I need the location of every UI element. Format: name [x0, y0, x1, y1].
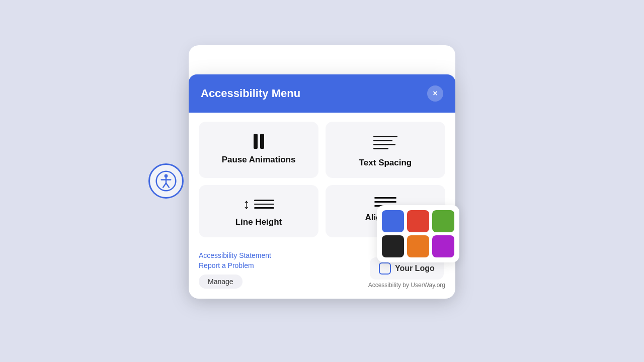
menu-item-text-spacing[interactable]: Text Spacing [326, 122, 445, 178]
footer-left: Accessibility Statement Report a Problem… [199, 251, 271, 289]
color-swatch-black[interactable] [382, 235, 404, 257]
page-background: Accessibility Menu × Pause Animations [0, 0, 644, 362]
close-icon: × [433, 89, 437, 98]
accessibility-modal: Accessibility Menu × Pause Animations [189, 74, 455, 299]
accessibility-statement-link[interactable]: Accessibility Statement [199, 251, 271, 259]
color-swatch-green[interactable] [432, 210, 454, 232]
manage-button[interactable]: Manage [199, 275, 243, 289]
svg-line-5 [166, 183, 169, 187]
svg-rect-6 [373, 136, 397, 137]
pause-animations-label: Pause Animations [222, 155, 296, 165]
text-spacing-icon [373, 134, 397, 152]
svg-rect-7 [373, 140, 392, 141]
color-swatch-orange[interactable] [407, 235, 429, 257]
color-swatch-red[interactable] [407, 210, 429, 232]
logo-icon [379, 262, 391, 275]
color-swatch-blue[interactable] [382, 210, 404, 232]
report-problem-link[interactable]: Report a Problem [199, 261, 271, 269]
accessibility-icon [155, 170, 177, 192]
color-swatch-purple[interactable] [432, 235, 454, 257]
menu-item-pause-animations[interactable]: Pause Animations [199, 122, 318, 178]
modal-title: Accessibility Menu [201, 87, 300, 100]
svg-rect-8 [373, 144, 395, 145]
pause-animations-icon [254, 134, 264, 149]
svg-line-4 [163, 183, 166, 187]
color-palette [377, 205, 459, 262]
logo-text: Your Logo [395, 264, 435, 273]
line-height-icon: ↕ [243, 197, 274, 211]
svg-point-1 [165, 174, 168, 178]
modal-header: Accessibility Menu × [189, 74, 455, 113]
close-button[interactable]: × [427, 85, 443, 102]
menu-item-line-height[interactable]: ↕ Line Height [199, 185, 318, 237]
text-spacing-label: Text Spacing [359, 158, 412, 168]
line-height-label: Line Height [235, 217, 282, 227]
svg-rect-9 [373, 148, 388, 149]
accessibility-button[interactable] [148, 163, 184, 199]
powered-by-text: Accessibility by UserWay.org [368, 282, 445, 289]
